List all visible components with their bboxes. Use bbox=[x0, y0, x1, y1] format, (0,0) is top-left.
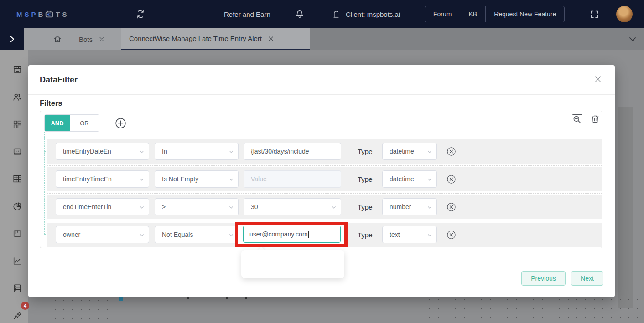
filter-tree-connector bbox=[44, 132, 45, 234]
home-icon[interactable] bbox=[53, 35, 62, 44]
chevron-down-icon[interactable] bbox=[628, 36, 637, 42]
trash-icon[interactable] bbox=[590, 114, 600, 124]
chevron-down-icon bbox=[427, 232, 432, 238]
annotation-highlight-box: user@company.com bbox=[235, 222, 348, 247]
sidebar-item-datasets[interactable] bbox=[12, 174, 22, 184]
type-label: Type bbox=[358, 195, 373, 219]
chevron-down-icon bbox=[229, 177, 234, 182]
type-select[interactable]: number bbox=[382, 198, 437, 215]
client-label: Client: mspbots.ai bbox=[346, 0, 400, 28]
user-avatar[interactable] bbox=[616, 6, 633, 22]
sidebar-collapse-toggle[interactable] bbox=[0, 28, 24, 50]
left-sidebar bbox=[0, 50, 28, 323]
filter-row: timeEntryTimeEn Is Not Empty Value Type … bbox=[47, 167, 602, 191]
operator-select[interactable]: Not Equals bbox=[155, 226, 239, 243]
chevron-down-icon bbox=[229, 232, 234, 238]
previous-button[interactable]: Previous bbox=[521, 271, 566, 286]
type-select[interactable]: datetime bbox=[382, 170, 437, 188]
top-navbar: MSPBTS Refer and Earn Client: mspbots.ai… bbox=[0, 0, 644, 28]
value-select[interactable]: 30 bbox=[244, 198, 341, 215]
datafilter-modal: DataFilter Filters AND OR bbox=[28, 65, 615, 297]
remove-filter-icon[interactable] bbox=[447, 230, 456, 240]
chevron-down-icon bbox=[229, 205, 234, 210]
close-icon[interactable] bbox=[99, 36, 104, 42]
chevron-down-icon bbox=[229, 149, 234, 154]
sidebar-item-apps[interactable] bbox=[12, 119, 22, 129]
operator-select[interactable]: In bbox=[155, 143, 239, 160]
tab-connectwise-alert[interactable]: ConnectWise Manage Late Time Entry Alert bbox=[121, 28, 310, 50]
type-label: Type bbox=[358, 223, 373, 247]
type-label: Type bbox=[358, 139, 373, 164]
filter-search-icon[interactable] bbox=[571, 113, 583, 125]
sidebar-item-database[interactable] bbox=[12, 283, 22, 293]
logo-text-msp: MSP bbox=[16, 10, 38, 18]
bell-icon[interactable] bbox=[295, 0, 305, 28]
chevron-down-icon bbox=[139, 149, 145, 154]
logic-toggle: AND OR bbox=[44, 114, 99, 132]
filters-section-title: Filters bbox=[40, 99, 62, 108]
text-cursor bbox=[308, 231, 309, 238]
modal-title: DataFilter bbox=[40, 65, 78, 94]
chevron-down-icon bbox=[331, 205, 337, 210]
remove-filter-icon[interactable] bbox=[447, 147, 456, 156]
chevron-down-icon bbox=[139, 205, 145, 210]
notification-badge: 4 bbox=[21, 302, 29, 310]
sidebar-item-bots[interactable] bbox=[12, 147, 22, 157]
sync-icon[interactable] bbox=[135, 0, 146, 28]
robot-head-icon bbox=[44, 9, 54, 19]
client-building-icon bbox=[332, 0, 341, 28]
navbar-button-group: Forum KB Request New Feature bbox=[425, 0, 565, 28]
tab-bar: Bots ConnectWise Manage Late Time Entry … bbox=[0, 28, 644, 50]
type-label: Type bbox=[358, 167, 373, 191]
and-toggle-button[interactable]: AND bbox=[45, 115, 70, 131]
screen: MSPBTS Refer and Earn Client: mspbots.ai… bbox=[0, 0, 644, 323]
modal-close-icon[interactable] bbox=[594, 75, 603, 84]
forum-button[interactable]: Forum bbox=[425, 6, 460, 22]
tab-bots[interactable]: Bots bbox=[71, 28, 113, 50]
fullscreen-icon[interactable] bbox=[590, 0, 599, 28]
owner-value-input[interactable]: user@company.com bbox=[243, 226, 341, 243]
type-select[interactable]: datetime bbox=[382, 143, 437, 160]
filter-row: endTimeEnterTin > 30 Type number bbox=[47, 195, 602, 219]
value-input-disabled: Value bbox=[244, 170, 341, 188]
add-filter-icon[interactable] bbox=[115, 118, 126, 129]
request-new-feature-button[interactable]: Request New Feature bbox=[485, 6, 564, 22]
filter-row: timeEntryDateEn In {last/30/days/include… bbox=[47, 139, 602, 164]
remove-filter-icon[interactable] bbox=[447, 202, 456, 212]
value-input[interactable]: {last/30/days/include bbox=[244, 143, 341, 160]
field-select[interactable]: timeEntryTimeEn bbox=[56, 170, 149, 188]
type-select[interactable]: text bbox=[382, 226, 437, 243]
field-select[interactable]: timeEntryDateEn bbox=[56, 143, 149, 160]
operator-select[interactable]: > bbox=[155, 198, 239, 215]
logo-text-ts: TS bbox=[56, 10, 69, 18]
mspbots-logo[interactable]: MSPBTS bbox=[16, 0, 69, 28]
close-icon[interactable] bbox=[268, 36, 274, 41]
kb-button[interactable]: KB bbox=[460, 6, 485, 22]
sidebar-item-integrations[interactable] bbox=[12, 311, 22, 321]
field-select[interactable]: owner bbox=[56, 226, 149, 243]
next-button[interactable]: Next bbox=[571, 271, 603, 286]
or-toggle-button[interactable]: OR bbox=[70, 115, 99, 131]
sidebar-item-widgets[interactable] bbox=[12, 229, 22, 239]
chevron-down-icon bbox=[427, 205, 432, 210]
operator-select[interactable]: Is Not Empty bbox=[155, 170, 239, 188]
chevron-down-icon bbox=[139, 177, 145, 182]
remove-filter-icon[interactable] bbox=[447, 174, 456, 184]
refer-and-earn-link[interactable]: Refer and Earn bbox=[224, 0, 270, 28]
chevron-down-icon bbox=[427, 177, 432, 182]
field-select[interactable]: endTimeEnterTin bbox=[56, 198, 149, 215]
chevron-down-icon bbox=[139, 232, 145, 238]
sidebar-item-marketplace[interactable] bbox=[12, 65, 22, 75]
suggestion-dropdown-panel bbox=[241, 250, 344, 278]
sidebar-item-users[interactable] bbox=[12, 92, 22, 102]
sidebar-item-analytics[interactable] bbox=[12, 256, 22, 266]
chevron-down-icon bbox=[427, 149, 432, 154]
sidebar-item-reports[interactable] bbox=[12, 201, 22, 211]
